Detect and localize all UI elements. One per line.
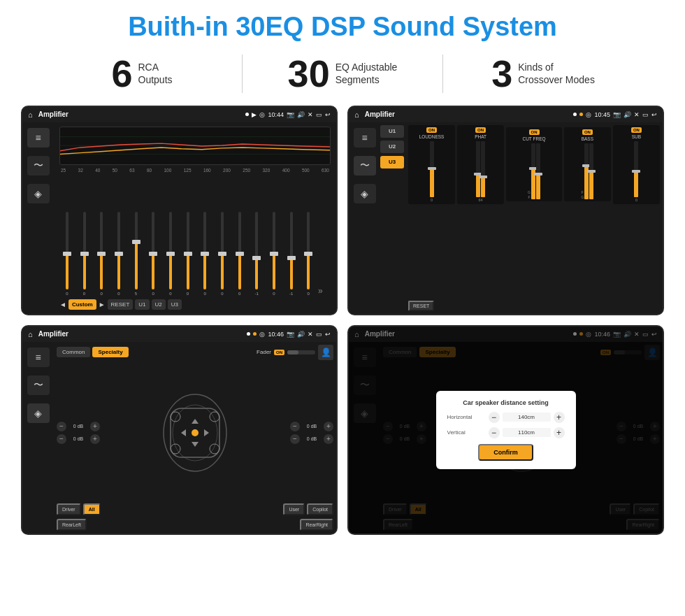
eq-slider-15: 0 bbox=[301, 212, 316, 296]
sidebar-speaker-btn[interactable]: ◈ bbox=[27, 184, 50, 203]
u1-btn[interactable]: U1 bbox=[135, 299, 149, 310]
vertical-plus[interactable]: + bbox=[554, 427, 565, 438]
vol-plus-3[interactable]: + bbox=[324, 422, 333, 431]
vol-plus-1[interactable]: + bbox=[90, 422, 100, 431]
crossover-status-bar: ⌂ Amplifier ◎ 10:45 📷 🔊 ✕ ▭ ↩ bbox=[349, 107, 663, 122]
eq-controls-bar: ◄ Custom ► RESET U1 U2 U3 bbox=[59, 297, 331, 310]
common-status-bar: ⌂ Amplifier ◎ 10:46 📷 🔊 ✕ ▭ ↩ bbox=[22, 327, 336, 342]
vol-controls-left: − 0 dB + − 0 dB + bbox=[57, 422, 100, 444]
u2-btn[interactable]: U2 bbox=[152, 299, 166, 310]
crossover-screen-card: ⌂ Amplifier ◎ 10:45 📷 🔊 ✕ ▭ ↩ ≡ 〜 ◈ bbox=[347, 106, 664, 315]
sidebar-eq-btn-2[interactable]: ≡ bbox=[354, 128, 376, 148]
play-icon: ▶ bbox=[252, 111, 257, 118]
sub-fader bbox=[634, 141, 638, 197]
next-arrow[interactable]: ► bbox=[99, 301, 106, 308]
vol-row-1: − 0 dB + bbox=[57, 422, 100, 431]
preset-u1[interactable]: U1 bbox=[380, 125, 404, 138]
vol-minus-2[interactable]: − bbox=[57, 434, 66, 444]
eq-main-area: 25 32 40 50 63 80 100 125 160 200 250 32… bbox=[54, 122, 336, 314]
eq-slider-4: 0 bbox=[111, 212, 127, 296]
status-dot-1 bbox=[245, 113, 249, 116]
vol-icon: 🔊 bbox=[297, 111, 305, 118]
eq-slider-5: 5 bbox=[129, 212, 144, 296]
common-main-area: Common Specialty Fader ON 👤 bbox=[54, 342, 336, 533]
common-screen-content: ≡ 〜 ◈ Common Specialty Fader ON bbox=[22, 342, 336, 533]
sub-value: 0 bbox=[635, 198, 637, 202]
rearright-btn[interactable]: RearRight bbox=[300, 519, 333, 531]
svg-marker-11 bbox=[192, 419, 199, 424]
bass-on: ON bbox=[582, 129, 593, 135]
crossover-screen-content: ≡ 〜 ◈ U1 U2 U3 ON LO bbox=[349, 122, 663, 314]
location-icon: ◎ bbox=[259, 111, 265, 118]
eq-slider-9: 0 bbox=[197, 212, 212, 296]
dialog-vertical-row: Vertical − 110cm + bbox=[447, 427, 565, 438]
tab-common[interactable]: Common bbox=[57, 347, 90, 357]
all-btn[interactable]: All bbox=[83, 503, 101, 515]
channel-phat: ON PHAT bbox=[457, 125, 504, 204]
copilot-btn[interactable]: Copilot bbox=[307, 503, 333, 515]
camera-icon-2: 📷 bbox=[613, 111, 621, 118]
driver-btn[interactable]: Driver bbox=[57, 503, 81, 515]
fader-bar bbox=[287, 350, 315, 354]
sidebar-eq-btn[interactable]: ≡ bbox=[27, 128, 50, 148]
sidebar-eq-btn-3[interactable]: ≡ bbox=[27, 348, 50, 367]
eq-sliders-area: 0 0 0 0 5 0 0 0 0 0 0 -1 0 -1 0 bbox=[59, 176, 331, 297]
u3-btn[interactable]: U3 bbox=[168, 299, 182, 310]
horizontal-plus[interactable]: + bbox=[554, 412, 565, 423]
eq-slider-6: 0 bbox=[145, 212, 161, 296]
vol-plus-4[interactable]: + bbox=[324, 434, 333, 444]
cutfreq-label: CUT FREQ bbox=[522, 136, 545, 141]
horizontal-value: 140cm bbox=[503, 413, 551, 422]
eq-status-time: 10:44 bbox=[268, 111, 284, 118]
horizontal-label: Horizontal bbox=[447, 414, 486, 420]
preset-u2[interactable]: U2 bbox=[380, 141, 404, 153]
tab-specialty[interactable]: Specialty bbox=[92, 347, 128, 357]
rearleft-btn[interactable]: RearLeft bbox=[57, 519, 87, 531]
svg-point-8 bbox=[171, 444, 180, 454]
car-diagram-area: − 0 dB + − 0 dB + bbox=[57, 364, 333, 501]
bass-fader: F G bbox=[581, 143, 593, 199]
vol-row-2: − 0 dB + bbox=[57, 434, 100, 444]
confirm-button[interactable]: Confirm bbox=[478, 444, 533, 461]
vol-minus-1[interactable]: − bbox=[57, 422, 66, 431]
horizontal-minus[interactable]: − bbox=[489, 412, 500, 423]
vol-plus-2[interactable]: + bbox=[90, 434, 100, 444]
stat-eq: 30 EQ Adjustable Segments bbox=[243, 55, 442, 92]
vol-minus-3[interactable]: − bbox=[290, 422, 300, 431]
channel-loudness: ON LOUDNESS 0 bbox=[408, 125, 455, 204]
phat-label: PHAT bbox=[475, 134, 486, 139]
channels-area: ON LOUDNESS 0 bbox=[407, 122, 663, 314]
reset-area: RESET bbox=[408, 298, 660, 311]
crossover-reset-btn[interactable]: RESET bbox=[408, 301, 434, 311]
eq-graph bbox=[59, 127, 331, 165]
custom-btn[interactable]: Custom bbox=[68, 299, 96, 310]
vertical-minus[interactable]: − bbox=[489, 427, 500, 438]
eq-slider-7: 0 bbox=[163, 212, 178, 296]
sidebar-wave-btn-3[interactable]: 〜 bbox=[27, 375, 50, 395]
stat-rca: 6 RCA Outputs bbox=[42, 55, 242, 92]
vol-icon-3: 🔊 bbox=[297, 331, 305, 338]
dialog-box: Car speaker distance setting Horizontal … bbox=[436, 391, 576, 469]
prev-arrow[interactable]: ◄ bbox=[59, 301, 66, 308]
sidebar-wave-btn[interactable]: 〜 bbox=[27, 156, 50, 176]
more-icon: » bbox=[318, 286, 331, 296]
camera-icon: 📷 bbox=[287, 111, 294, 118]
dialog-screen-card: ⌂ Amplifier ◎ 10:46 📷 🔊 ✕ ▭ ↩ ≡ 〜 ◈ bbox=[347, 325, 664, 535]
cutfreq-on: ON bbox=[529, 129, 540, 135]
sidebar-speaker-btn-3[interactable]: ◈ bbox=[27, 403, 50, 423]
vol-value-1: 0 dB bbox=[68, 424, 88, 429]
vol-minus-4[interactable]: − bbox=[290, 434, 300, 444]
phat-fader bbox=[476, 141, 485, 197]
location-icon-3: ◎ bbox=[259, 331, 265, 338]
preset-u3[interactable]: U3 bbox=[380, 156, 404, 169]
user-btn[interactable]: User bbox=[283, 503, 305, 515]
status-dot-2 bbox=[573, 113, 577, 116]
phat-on: ON bbox=[475, 127, 486, 133]
sidebar-speaker-btn-2[interactable]: ◈ bbox=[354, 184, 376, 203]
vol-value-4: 0 dB bbox=[302, 436, 322, 441]
eq-slider-8: 0 bbox=[180, 212, 196, 296]
channel-bass: ON BASS F G bbox=[564, 127, 611, 201]
sidebar-wave-btn-2[interactable]: 〜 bbox=[354, 156, 376, 176]
dialog-horizontal-row: Horizontal − 140cm + bbox=[447, 412, 565, 423]
reset-btn[interactable]: RESET bbox=[108, 299, 134, 310]
